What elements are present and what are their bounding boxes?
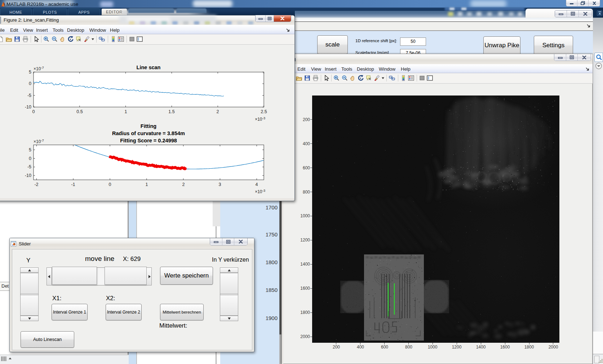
svg-text:Fitting Score = 0.24998: Fitting Score = 0.24998 <box>120 138 177 143</box>
svg-text:-10: -10 <box>25 105 31 110</box>
svg-text:0: 0 <box>29 156 31 161</box>
svg-text:Line scan: Line scan <box>137 65 161 70</box>
svg-text:-10: -10 <box>25 173 31 178</box>
svg-text:2: 2 <box>182 182 185 187</box>
svg-text:Fitting: Fitting <box>141 123 156 129</box>
svg-text:Radius of curvature = 3.854m: Radius of curvature = 3.854m <box>112 130 185 136</box>
svg-text:5: 5 <box>29 147 31 152</box>
svg-text:0: 0 <box>109 182 111 187</box>
svg-text:0.5: 0.5 <box>76 109 83 114</box>
svg-text:3: 3 <box>219 182 221 187</box>
svg-text:×10-3: ×10-3 <box>255 116 265 122</box>
svg-text:2: 2 <box>217 109 219 114</box>
svg-text:2.5: 2.5 <box>261 109 267 114</box>
svg-text:0: 0 <box>32 109 35 114</box>
svg-text:1: 1 <box>125 109 127 114</box>
svg-text:1.5: 1.5 <box>168 109 174 114</box>
svg-text:×10-7: ×10-7 <box>34 138 44 144</box>
svg-text:1: 1 <box>146 182 148 187</box>
svg-text:0: 0 <box>29 81 31 86</box>
svg-text:-2: -2 <box>34 182 38 187</box>
svg-text:4: 4 <box>256 182 258 187</box>
svg-text:×10-3: ×10-3 <box>255 188 265 194</box>
svg-text:-1: -1 <box>71 182 75 187</box>
svg-text:×10-7: ×10-7 <box>34 66 44 71</box>
svg-text:-5: -5 <box>27 93 31 98</box>
svg-text:-5: -5 <box>27 164 31 169</box>
svg-text:5: 5 <box>29 70 31 75</box>
